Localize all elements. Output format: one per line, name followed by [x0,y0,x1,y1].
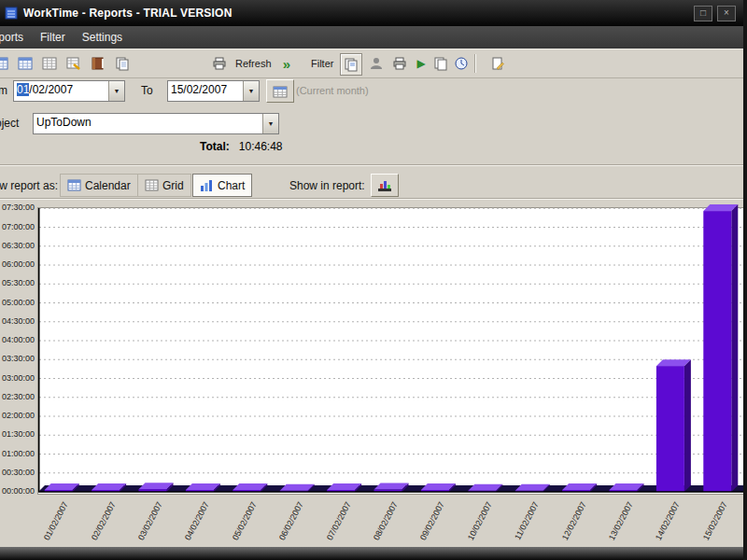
chart-view-label: Chart [218,179,245,192]
calendar-view-button[interactable]: Calendar [60,174,138,197]
project-row: Project UpToDown ▼ [0,110,747,134]
copy-icon[interactable] [430,53,451,74]
project-value: UpToDown [34,114,262,133]
menu-settings[interactable]: Settings [74,26,131,49]
show-in-report-button[interactable] [371,174,399,197]
y-tick-label: 04:00:00 [1,335,35,344]
total-label: Total: [200,140,230,153]
from-date-input[interactable]: 01/02/2007 ▼ [13,80,125,102]
view-switch-row: Show report as: Calendar Grid Chart Show… [0,171,747,198]
window-bottom-edge [0,547,747,560]
refresh-label[interactable]: Refresh [235,58,272,69]
from-date-selected-text: 01 [17,83,29,96]
chart-area: 00:00:0000:30:0001:00:0001:30:0002:00:00… [0,200,747,547]
menu-reports[interactable]: Reports [0,26,32,49]
app-icon [5,7,18,20]
show-in-report-label: Show in report: [289,179,365,192]
y-tick-label: 05:00:00 [1,298,35,307]
filter-label: Filter [311,58,333,69]
chart-plot [37,207,745,495]
bar-side-face [684,359,691,492]
chart-bar [656,366,684,492]
y-tick-label: 00:30:00 [1,468,35,477]
window-right-edge [743,0,747,560]
grid-report-icon[interactable] [39,53,60,74]
grid-view-label: Grid [162,179,184,192]
to-date-input[interactable]: 15/02/2007 ▼ [167,80,260,102]
y-tick-label: 01:30:00 [1,429,35,439]
play-icon[interactable]: ▶ [411,53,431,74]
from-date-value: 01/02/2007 [14,81,108,101]
total-row: Total:10:46:48 [200,140,283,157]
project-select[interactable]: UpToDown ▼ [33,113,279,134]
total-value: 10:46:48 [239,140,283,153]
menubar: Reports Filter Settings [0,26,747,49]
from-label: From [0,84,7,97]
copy-report-icon[interactable] [112,53,133,74]
report-view-partial-icon[interactable] [0,53,11,74]
y-tick-label: 04:30:00 [1,316,35,326]
y-tick-label: 02:00:00 [1,411,35,420]
toolbar: Refresh » Filter ▶ [0,49,747,78]
y-tick-label: 02:30:00 [1,392,35,401]
window-controls: □ × [694,6,736,21]
grid-view-icon [145,178,159,192]
report-book-icon[interactable] [88,53,108,74]
chart-view-icon [200,178,214,192]
bar-side-face [731,204,738,492]
maximize-button[interactable]: □ [694,6,712,21]
clock-icon[interactable] [451,53,472,74]
y-tick-label: 01:00:00 [1,449,35,458]
y-tick-label: 03:00:00 [1,373,35,383]
menu-filter[interactable]: Filter [32,26,74,49]
y-tick-label: 06:00:00 [1,259,35,269]
chart-canvas [38,208,744,494]
current-month-note: (Current month) [296,85,369,96]
y-tick-label: 06:30:00 [1,241,35,250]
refresh-icon[interactable]: » [276,53,297,74]
y-tick-label: 07:30:00 [1,203,35,212]
calendar-picker-button[interactable] [266,79,294,103]
y-tick-label: 05:30:00 [1,278,35,287]
y-tick-label: 03:30:00 [1,354,35,363]
project-dropdown-arrow-icon[interactable]: ▼ [262,114,278,133]
calendar-view-label: Calendar [85,179,131,192]
grid-view-button[interactable]: Grid [137,174,191,197]
calendar-report-icon[interactable] [15,53,35,74]
calendar-view-icon [67,178,81,192]
separator-line [0,164,747,166]
filter-pages-icon[interactable] [340,53,362,76]
calendar-icon [273,84,288,99]
date-filter-row: From 01/02/2007 ▼ To 15/02/2007 ▼ (Curre… [0,77,747,104]
page-edit-icon[interactable] [487,53,508,74]
titlebar: WorkTime - Reports - TRIAL VERSION □ × [0,0,747,26]
refresh-arrows-glyph: » [283,57,290,71]
to-date-dropdown-arrow-icon[interactable]: ▼ [243,81,259,101]
y-tick-label: 07:00:00 [1,222,35,231]
person-filter-icon[interactable] [366,53,387,74]
from-date-rest-text: /02/2007 [29,83,73,96]
print-icon[interactable] [209,53,230,74]
close-button[interactable]: × [717,6,736,21]
to-label: To [141,84,153,97]
play-glyph: ▶ [416,58,425,69]
project-label: Project [0,117,19,130]
print-filter-icon[interactable] [389,53,410,74]
edit-grid-icon[interactable] [63,53,84,74]
show-report-as-label: Show report as: [0,179,58,192]
to-date-value: 15/02/2007 [168,81,243,101]
toolbar-separator [474,54,476,73]
y-tick-label: 00:00:00 [1,486,35,496]
chart-view-button[interactable]: Chart [192,174,252,197]
chart-bar [703,211,731,492]
from-date-dropdown-arrow-icon[interactable]: ▼ [108,81,124,101]
window-title: WorkTime - Reports - TRIAL VERSION [23,7,233,20]
mini-3d-chart-icon [377,178,392,193]
